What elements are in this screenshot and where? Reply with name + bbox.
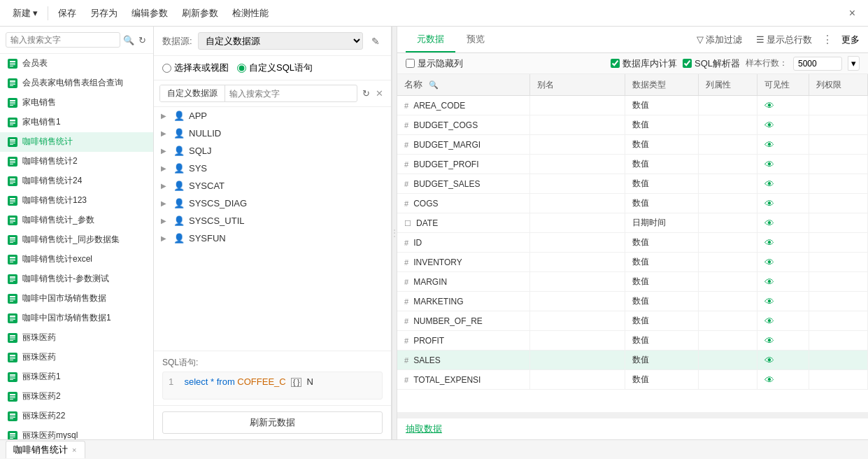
schema-item-3[interactable]: ▶👤SYS: [154, 160, 391, 177]
cell-visibility-0[interactable]: 👁: [757, 96, 809, 115]
save-as-button[interactable]: 另存为: [85, 5, 123, 22]
radio-table-view[interactable]: 选择表或视图: [162, 62, 229, 74]
schema-item-2[interactable]: ▶👤SQLJ: [154, 142, 391, 160]
schema-item-0[interactable]: ▶👤APP: [154, 107, 391, 125]
cell-alias-3[interactable]: [529, 155, 625, 174]
table-row[interactable]: # AREA_CODE数值👁: [397, 96, 868, 115]
cell-visibility-11[interactable]: 👁: [757, 311, 809, 331]
datasource-select[interactable]: 自定义数据源: [198, 32, 363, 50]
cell-visibility-7[interactable]: 👁: [757, 233, 809, 253]
cell-alias-13[interactable]: [529, 351, 625, 370]
sidebar-item-11[interactable]: 咖啡销售统计-参数测试: [0, 269, 153, 289]
show-hidden-checkbox[interactable]: 显示隐藏列: [406, 57, 463, 70]
table-row[interactable]: # MARKETING数值👁: [397, 292, 868, 311]
tab-metadata[interactable]: 元数据: [406, 27, 455, 52]
sidebar-item-13[interactable]: 咖啡中国市场销售数据1: [0, 309, 153, 328]
radio-sql[interactable]: 自定义SQL语句: [237, 62, 313, 74]
cell-visibility-1[interactable]: 👁: [757, 115, 809, 135]
table-row[interactable]: # BUDGET_COGS数值👁: [397, 115, 868, 135]
extract-data-link[interactable]: 抽取数据: [406, 423, 442, 434]
schema-item-5[interactable]: ▶👤SYSCS_DIAG: [154, 195, 391, 212]
cell-visibility-5[interactable]: 👁: [757, 194, 809, 213]
cell-visibility-14[interactable]: 👁: [757, 370, 809, 390]
sidebar-more-button[interactable]: ⋮: [149, 34, 154, 47]
cell-alias-1[interactable]: [529, 115, 625, 135]
sql-editor[interactable]: 1 select * from COFFEE_C { } N: [162, 372, 383, 400]
schema-item-4[interactable]: ▶👤SYSCAT: [154, 177, 391, 195]
sql-parser-checkbox[interactable]: SQL解析器: [683, 57, 740, 70]
clear-table-button[interactable]: ✕: [373, 87, 385, 100]
sidebar-item-3[interactable]: 家电销售1: [0, 113, 153, 132]
cell-alias-2[interactable]: [529, 135, 625, 155]
sidebar-item-6[interactable]: 咖啡销售统计24: [0, 171, 153, 191]
edit-params-button[interactable]: 编辑参数: [126, 5, 173, 22]
schema-item-7[interactable]: ▶👤SYSFUN: [154, 230, 391, 247]
table-row[interactable]: # ID数值👁: [397, 233, 868, 253]
db-compute-checkbox[interactable]: 数据库内计算: [611, 57, 677, 70]
cell-alias-11[interactable]: [529, 311, 625, 331]
table-row[interactable]: # BUDGET_PROFI数值👁: [397, 155, 868, 174]
cell-visibility-12[interactable]: 👁: [757, 331, 809, 351]
table-row[interactable]: # BUDGET_SALES数值👁: [397, 174, 868, 194]
sidebar-item-8[interactable]: 咖啡销售统计_参数: [0, 211, 153, 230]
sidebar-item-2[interactable]: 家电销售: [0, 93, 153, 113]
cell-visibility-13[interactable]: 👁: [757, 351, 809, 370]
cell-visibility-4[interactable]: 👁: [757, 174, 809, 194]
cell-alias-8[interactable]: [529, 253, 625, 272]
search-input[interactable]: [6, 32, 120, 48]
detect-perf-button[interactable]: 检测性能: [227, 5, 274, 22]
cell-alias-7[interactable]: [529, 233, 625, 253]
table-row[interactable]: # SALES数值👁: [397, 351, 868, 370]
sidebar-item-0[interactable]: 会员表: [0, 54, 153, 73]
cell-alias-9[interactable]: [529, 272, 625, 292]
cell-visibility-3[interactable]: 👁: [757, 155, 809, 174]
cell-alias-6[interactable]: [529, 213, 625, 233]
schema-item-6[interactable]: ▶👤SYSCS_UTIL: [154, 212, 391, 230]
sidebar-item-4[interactable]: 咖啡销售统计: [0, 132, 153, 152]
cell-alias-14[interactable]: [529, 370, 625, 390]
cell-visibility-9[interactable]: 👁: [757, 272, 809, 292]
table-row[interactable]: # MARGIN数值👁: [397, 272, 868, 292]
sidebar-item-18[interactable]: 丽珠医药22: [0, 407, 153, 426]
refresh-meta-button[interactable]: 刷新元数据: [162, 411, 383, 434]
refresh-params-button[interactable]: 刷新参数: [176, 5, 224, 22]
sidebar-item-17[interactable]: 丽珠医药2: [0, 387, 153, 407]
bottom-tab-close-button[interactable]: ×: [71, 446, 78, 454]
sample-input[interactable]: [793, 57, 842, 71]
table-row[interactable]: # TOTAL_EXPENSI数值👁: [397, 370, 868, 390]
tab-preview[interactable]: 预览: [455, 27, 496, 52]
cell-alias-5[interactable]: [529, 194, 625, 213]
sidebar-item-14[interactable]: 丽珠医药: [0, 328, 153, 348]
sample-dropdown-button[interactable]: ▾: [848, 56, 860, 71]
sidebar-item-19[interactable]: 丽珠医药mysql: [0, 426, 153, 439]
table-row[interactable]: # NUMBER_OF_RE数值👁: [397, 311, 868, 331]
cell-visibility-2[interactable]: 👁: [757, 135, 809, 155]
table-search-input[interactable]: [225, 87, 357, 101]
cell-alias-0[interactable]: [529, 96, 625, 115]
sidebar-item-5[interactable]: 咖啡销售统计2: [0, 152, 153, 171]
search-icon-small[interactable]: 🔍: [429, 80, 439, 89]
schema-item-1[interactable]: ▶👤NULLID: [154, 125, 391, 142]
table-row[interactable]: # BUDGET_MARGI数值👁: [397, 135, 868, 155]
sidebar-item-9[interactable]: 咖啡销售统计_同步数据集: [0, 230, 153, 250]
close-button[interactable]: ×: [844, 5, 861, 22]
refresh-table-button[interactable]: ↻: [360, 87, 372, 100]
cell-visibility-10[interactable]: 👁: [757, 292, 809, 311]
save-button[interactable]: 保存: [52, 5, 82, 22]
cell-alias-12[interactable]: [529, 331, 625, 351]
more-options-icon[interactable]: ⋮: [822, 33, 833, 46]
cell-alias-10[interactable]: [529, 292, 625, 311]
bottom-tab-item[interactable]: 咖啡销售统计 ×: [6, 441, 85, 458]
tab-custom-datasource[interactable]: 自定义数据源: [160, 85, 225, 101]
add-filter-button[interactable]: ▽ 添加过滤: [692, 31, 746, 48]
sidebar-item-10[interactable]: 咖啡销售统计excel: [0, 250, 153, 269]
sidebar-refresh-button[interactable]: ↻: [137, 34, 148, 47]
table-row[interactable]: ☐ DATE日期时间👁: [397, 213, 868, 233]
edit-datasource-button[interactable]: ✎: [369, 34, 383, 48]
table-row[interactable]: # PROFIT数值👁: [397, 331, 868, 351]
table-row[interactable]: # INVENTORY数值👁: [397, 253, 868, 272]
new-button[interactable]: 新建 ▾: [7, 5, 43, 22]
panel-divider[interactable]: [392, 27, 397, 439]
show-total-button[interactable]: ☰ 显示总行数: [752, 31, 816, 48]
sidebar-item-7[interactable]: 咖啡销售统计123: [0, 191, 153, 211]
